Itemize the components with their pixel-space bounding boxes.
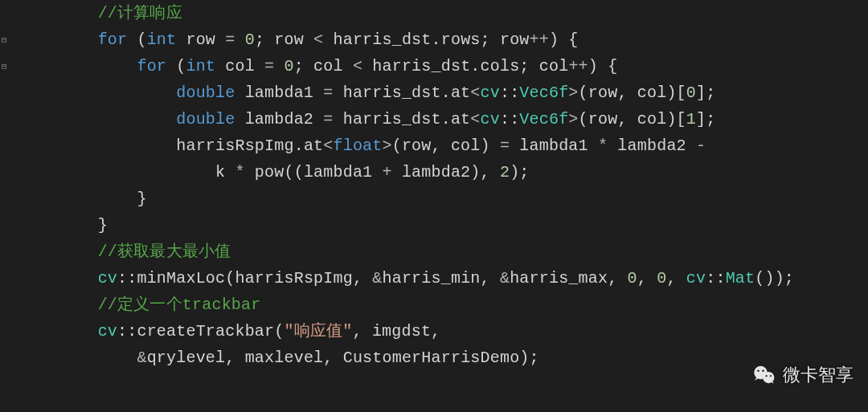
token-ident: at <box>304 137 323 155</box>
token-comment: //计算响应 <box>98 4 182 22</box>
token-ident: harrisRspImg <box>235 269 352 288</box>
token-punc: :: <box>117 269 137 288</box>
token-op: = <box>264 57 274 75</box>
token-class: Vec6f <box>519 84 568 102</box>
token-ident: lambda2 <box>235 110 323 128</box>
token-ident: rows <box>441 31 481 49</box>
token-ident: harris_dst <box>323 31 431 49</box>
token-punc: ( <box>127 31 146 49</box>
code-line[interactable]: for (int row = 0; row < harris_dst.rows;… <box>19 27 794 53</box>
token-punc: :: <box>500 84 519 102</box>
token-ident: pow <box>245 163 285 182</box>
token-punc: (( <box>284 163 303 182</box>
token-op: > <box>568 84 578 102</box>
token-punc: } <box>98 216 108 235</box>
token-punc: , <box>432 137 451 155</box>
code-line[interactable]: cv::minMaxLoc(harrisRspImg, &harris_min,… <box>19 265 794 292</box>
token-type: int <box>147 31 177 49</box>
svg-point-1 <box>763 372 774 383</box>
token-op: < <box>353 57 362 75</box>
code-editor[interactable]: ⊟⊟ //计算响应 for (int row = 0; row < harris… <box>0 0 868 412</box>
token-op: = <box>323 84 333 102</box>
token-punc: ( <box>274 322 284 341</box>
code-line[interactable]: cv::createTrackbar("响应值", imgdst, <box>19 318 794 345</box>
token-op: & <box>500 269 510 288</box>
token-ns: cv <box>98 322 117 341</box>
token-ident <box>235 31 244 49</box>
code-line[interactable]: harrisRspImg.at<float>(row, col) = lambd… <box>19 133 794 159</box>
token-comment: //定义一个trackbar <box>98 296 261 314</box>
token-ident: harris_dst <box>333 84 440 102</box>
code-line[interactable]: //获取最大最小值 <box>19 239 794 265</box>
token-ident: lambda1 <box>510 137 598 155</box>
svg-point-4 <box>766 375 768 377</box>
token-punc: , <box>666 269 686 288</box>
token-punc: . <box>470 57 480 75</box>
token-ident: createTrackbar <box>137 322 274 341</box>
code-line[interactable]: double lambda2 = harris_dst.at<cv::Vec6f… <box>19 106 794 133</box>
token-ident: harris_dst <box>362 57 470 75</box>
token-punc: . <box>432 31 441 49</box>
token-punc: ]; <box>696 110 715 128</box>
token-punc: ]; <box>696 84 715 102</box>
token-op: & <box>372 269 382 288</box>
token-number: 0 <box>628 269 637 288</box>
fold-toggle-icon[interactable]: ⊟ <box>2 33 7 47</box>
token-ident: row <box>588 84 618 102</box>
token-punc: )[ <box>666 110 686 128</box>
fold-toggle-icon[interactable]: ⊟ <box>2 59 7 74</box>
code-line[interactable]: } <box>19 212 794 239</box>
token-punc: . <box>441 84 451 102</box>
token-punc: :: <box>500 110 519 128</box>
token-op: > <box>383 137 392 155</box>
token-class: Vec6f <box>519 110 568 128</box>
token-ident: col <box>539 57 569 75</box>
code-line[interactable]: //定义一个trackbar <box>19 292 794 318</box>
token-punc: ; <box>294 57 313 75</box>
code-line[interactable]: double lambda1 = harris_dst.at<cv::Vec6f… <box>19 80 794 106</box>
watermark-label: 微卡智享 <box>783 361 854 390</box>
token-punc: ( <box>579 84 588 102</box>
token-number: 0 <box>686 84 696 102</box>
code-line[interactable]: k * pow((lambda1 + lambda2), 2); <box>19 159 794 186</box>
token-type: double <box>176 84 235 102</box>
token-ident: col <box>215 57 264 75</box>
token-ident: row <box>402 137 432 155</box>
token-ident: col <box>313 57 353 75</box>
token-punc: , <box>431 322 440 341</box>
token-class: Mat <box>726 269 755 288</box>
token-punc: , <box>637 269 657 288</box>
token-punc: :: <box>706 269 725 288</box>
token-ident: imgdst <box>372 322 431 341</box>
token-op: * <box>235 163 244 182</box>
token-type: double <box>176 110 235 128</box>
code-line[interactable]: for (int col = 0; col < harris_dst.cols;… <box>19 53 794 80</box>
token-number: 0 <box>245 31 255 49</box>
token-ident: col <box>637 84 667 102</box>
watermark: 微卡智享 <box>752 361 854 390</box>
token-op: < <box>470 84 480 102</box>
token-ident: minMaxLoc <box>137 269 225 288</box>
code-line[interactable]: &qrylevel, maxlevel, CustomerHarrisDemo)… <box>19 345 794 371</box>
code-area[interactable]: //计算响应 for (int row = 0; row < harris_ds… <box>14 0 794 412</box>
token-ident: row <box>588 110 618 128</box>
token-op: * <box>598 137 608 155</box>
token-punc: ; <box>255 31 274 49</box>
token-punc: ; <box>481 31 500 49</box>
token-ns: cv <box>686 269 706 288</box>
token-number: 0 <box>284 57 293 75</box>
token-ns: cv <box>481 84 500 102</box>
code-line[interactable]: } <box>19 186 794 212</box>
code-line[interactable]: //计算响应 <box>19 0 794 27</box>
token-ident: lambda2 <box>392 163 471 182</box>
token-ns: cv <box>98 269 117 288</box>
token-punc: , <box>617 110 637 128</box>
token-op: < <box>470 110 480 128</box>
token-ns: cv <box>481 110 500 128</box>
token-op: = <box>225 31 235 49</box>
token-punc: , <box>353 269 372 288</box>
token-ident: qrylevel <box>147 349 226 367</box>
token-op: + <box>383 163 392 182</box>
token-ident: col <box>451 137 481 155</box>
token-ident: cols <box>481 57 520 75</box>
